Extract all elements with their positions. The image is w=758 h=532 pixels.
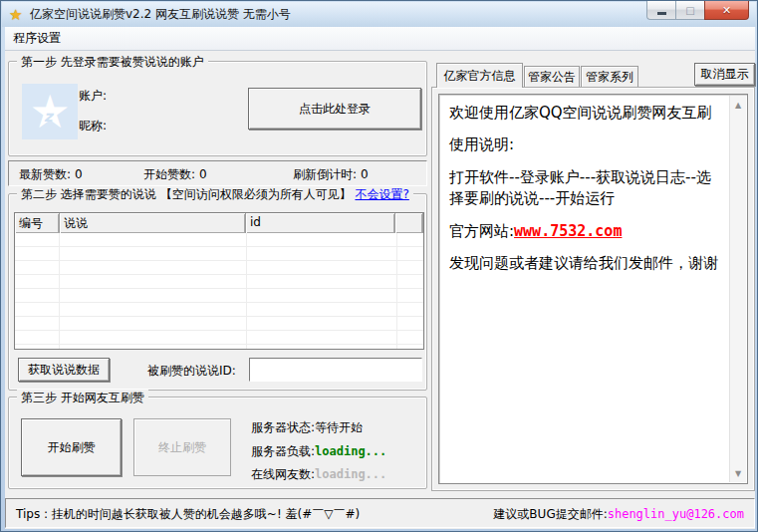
posts-table-body[interactable] bbox=[15, 233, 423, 349]
minimize-button[interactable] bbox=[646, 1, 675, 20]
window-title: 亿家空间说说刷赞v2.2 网友互刷说说赞 无需小号 bbox=[30, 6, 291, 23]
column-header-id[interactable]: id bbox=[246, 213, 395, 233]
stats-panel: 最新赞数: 0 开始赞数: 0 刷新倒计时: 0 bbox=[8, 160, 427, 186]
client-area: 程序设置 第一步 先登录需要被赞说说的账户 ★ z 账户: 昵称: 点击此处登录… bbox=[5, 27, 755, 529]
site-label: 官方网站: bbox=[449, 222, 514, 240]
feedback-email-line: 建议或BUG提交邮件:shenglin_yu@126.com bbox=[493, 506, 744, 523]
online-users-value: loading... bbox=[315, 467, 386, 481]
server-status-value: 等待开始 bbox=[315, 420, 363, 434]
help-link[interactable]: 不会设置? bbox=[355, 187, 408, 201]
step2-group: 第二步 选择需要赞的说说 【空间访问权限必须为所有人可见】 不会设置? 编号 说… bbox=[8, 193, 427, 391]
menubar: 程序设置 bbox=[5, 27, 755, 51]
tab-announcements[interactable]: 管家公告 bbox=[524, 66, 580, 88]
app-window: ★ 亿家空间说说刷赞v2.2 网友互刷说说赞 无需小号 □ ✕ 程序设置 第一步… bbox=[0, 0, 758, 532]
welcome-text: 欢迎使用亿家QQ空间说说刷赞网友互刷 bbox=[449, 103, 721, 125]
email-label: 建议或BUG提交邮件: bbox=[493, 507, 607, 521]
site-line: 官方网站:www.7532.com bbox=[449, 221, 721, 243]
email-address[interactable]: shenglin_yu@126.com bbox=[608, 507, 744, 521]
latest-likes-value: 0 bbox=[75, 167, 83, 181]
close-icon: ✕ bbox=[722, 4, 731, 17]
tab-official-info[interactable]: 亿家官方信息 bbox=[436, 63, 523, 88]
titlebar[interactable]: ★ 亿家空间说说刷赞v2.2 网友互刷说说赞 无需小号 bbox=[2, 2, 756, 27]
latest-likes-stat: 最新赞数: 0 bbox=[19, 166, 83, 183]
fetch-posts-button[interactable]: 获取说说数据 bbox=[18, 358, 110, 382]
maximize-button[interactable]: □ bbox=[675, 1, 704, 20]
column-divider bbox=[59, 233, 60, 349]
step3-group: 第三步 开始网友互刷赞 开始刷赞 终止刷赞 服务器状态:等待开始 服务器负载:l… bbox=[8, 397, 427, 489]
server-load-label: 服务器负载: bbox=[251, 444, 315, 458]
qzone-logo: ★ z bbox=[22, 84, 78, 139]
target-id-input[interactable] bbox=[249, 358, 422, 382]
maximize-icon: □ bbox=[685, 5, 694, 16]
step1-title: 第一步 先登录需要被赞说说的账户 bbox=[17, 54, 208, 71]
minimize-icon bbox=[657, 12, 666, 15]
feedback-text: 发现问题或者建议请给我们发邮件，谢谢 bbox=[449, 253, 721, 275]
online-users-label: 在线网友数: bbox=[251, 467, 315, 481]
footer-bar: Tips : 挂机的时间越长获取被人赞的机会越多哦~! 羞(#￣▽￣#) 建议或… bbox=[5, 498, 755, 528]
server-load-line: 服务器负载:loading... bbox=[251, 443, 386, 460]
online-users-line: 在线网友数:loading... bbox=[251, 466, 386, 483]
step2-header: 第二步 选择需要赞的说说 【空间访问权限必须为所有人可见】 不会设置? bbox=[17, 186, 413, 203]
logo-z-glyph: z bbox=[44, 108, 53, 126]
target-id-label: 被刷赞的说说ID: bbox=[147, 363, 236, 380]
info-textarea[interactable]: 欢迎使用亿家QQ空间说说刷赞网友互刷 使用说明: 打开软件--登录账户---获取… bbox=[438, 94, 748, 484]
server-status-label: 服务器状态: bbox=[251, 420, 315, 434]
start-liking-button[interactable]: 开始刷赞 bbox=[21, 418, 122, 476]
scroll-up-icon[interactable]: ▲ bbox=[730, 97, 746, 113]
window-controls: □ ✕ bbox=[646, 1, 749, 20]
step1-group: 第一步 先登录需要被赞说说的账户 ★ z 账户: 昵称: 点击此处登录 bbox=[8, 61, 427, 156]
start-likes-value: 0 bbox=[199, 167, 207, 181]
step3-title: 第三步 开始网友互刷赞 bbox=[17, 390, 148, 406]
usage-title: 使用说明: bbox=[449, 134, 721, 156]
column-header-number[interactable]: 编号 bbox=[15, 213, 60, 233]
scroll-down-icon[interactable]: ▼ bbox=[730, 465, 746, 481]
app-star-icon: ★ bbox=[9, 7, 25, 23]
usage-steps: 打开软件--登录账户---获取说说日志--选择要刷的说说---开始运行 bbox=[449, 167, 721, 211]
account-label: 账户: bbox=[79, 88, 107, 105]
nickname-label: 昵称: bbox=[79, 118, 107, 134]
cancel-display-button[interactable]: 取消显示 bbox=[694, 63, 755, 86]
stop-liking-button: 终止刷赞 bbox=[133, 418, 231, 476]
step2-title: 第二步 选择需要赞的说说 【空间访问权限必须为所有人可见】 bbox=[21, 187, 352, 201]
server-load-value: loading... bbox=[315, 444, 386, 458]
refresh-countdown-label: 刷新倒计时: bbox=[293, 167, 357, 181]
login-button[interactable]: 点击此处登录 bbox=[248, 88, 421, 130]
column-divider bbox=[396, 233, 397, 349]
column-divider bbox=[246, 233, 247, 349]
start-likes-label: 开始赞数: bbox=[143, 167, 195, 181]
info-text: 欢迎使用亿家QQ空间说说刷赞网友互刷 使用说明: 打开软件--登录账户---获取… bbox=[449, 103, 721, 479]
official-site-link[interactable]: www.7532.com bbox=[514, 222, 622, 240]
refresh-countdown-value: 0 bbox=[361, 167, 369, 181]
info-scrollbar[interactable]: ▲ ▼ bbox=[729, 96, 746, 482]
tips-text: Tips : 挂机的时间越长获取被人赞的机会越多哦~! 羞(#￣▽￣#) bbox=[16, 506, 360, 523]
tab-series[interactable]: 管家系列 bbox=[581, 66, 638, 88]
posts-table[interactable]: 编号 说说 id bbox=[14, 212, 424, 350]
close-button[interactable]: ✕ bbox=[704, 1, 749, 20]
start-likes-stat: 开始赞数: 0 bbox=[143, 166, 207, 183]
server-status-line: 服务器状态:等待开始 bbox=[251, 419, 363, 436]
column-header-filler bbox=[395, 213, 423, 233]
latest-likes-label: 最新赞数: bbox=[19, 167, 71, 181]
column-header-post[interactable]: 说说 bbox=[60, 213, 246, 233]
refresh-countdown-stat: 刷新倒计时: 0 bbox=[293, 166, 369, 183]
menu-item-settings[interactable]: 程序设置 bbox=[5, 28, 69, 49]
info-panel: 欢迎使用亿家QQ空间说说刷赞网友互刷 使用说明: 打开软件--登录账户---获取… bbox=[431, 87, 755, 491]
posts-table-header: 编号 说说 id bbox=[15, 213, 423, 233]
